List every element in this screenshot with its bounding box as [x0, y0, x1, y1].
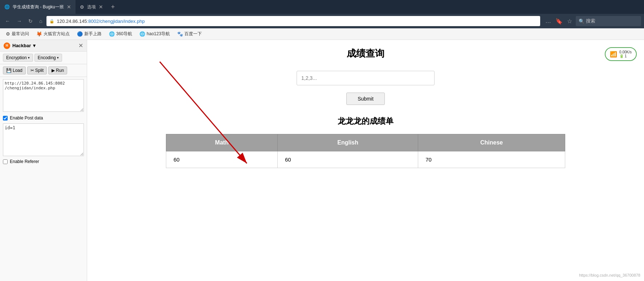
table-header-row: Math English Chinese: [166, 134, 565, 151]
load-label: Load: [13, 68, 23, 73]
star-icon[interactable]: ☆: [566, 17, 574, 25]
bookmark-baidu[interactable]: 🐾 百度一下: [174, 30, 205, 38]
hackbar-toolbar: Encryption ▾ Encoding ▾: [0, 52, 87, 64]
address-bar: ← → ↻ ⌂ 🔒 120.24.86.145:8002/chengjidan/…: [0, 14, 644, 28]
scores-table: Math English Chinese 606070: [166, 134, 565, 168]
tab-label-student: 学生成绩查询 - Bugku一班: [13, 4, 64, 10]
paw-icon: 🐾: [177, 31, 183, 37]
split-button[interactable]: ✂ Split: [27, 66, 47, 74]
back-button[interactable]: ←: [3, 17, 12, 25]
run-label: Run: [56, 68, 64, 73]
header-math: Math: [166, 134, 278, 151]
split-icon: ✂: [30, 68, 34, 73]
gear-icon-bm: ⚙: [6, 31, 10, 37]
pocket-icon[interactable]: 🔖: [554, 17, 564, 25]
encoding-dropdown[interactable]: Encoding ▾: [34, 54, 62, 62]
bookmark-360[interactable]: 🌐 360导航: [106, 30, 135, 38]
tab-bar: 🌐 学生成绩查询 - Bugku一班 ✕ ⚙ 选项 ✕ +: [0, 0, 118, 14]
hackbar-logo: H: [4, 42, 10, 49]
hackbar-close-button[interactable]: ✕: [78, 42, 83, 49]
tab-settings[interactable]: ⚙ 选项 ✕: [76, 0, 107, 14]
wifi-icon: 📶: [610, 51, 617, 58]
more-button[interactable]: …: [544, 17, 553, 25]
table-cell: 70: [418, 151, 565, 168]
hackbar-header: H Hackbar ▾ ✕: [0, 40, 87, 52]
lock-icon: 🔒: [49, 19, 54, 24]
search-form: Submit: [102, 71, 629, 105]
globe-icon-360: 🌐: [109, 31, 115, 37]
enable-referer-checkbox[interactable]: [3, 159, 8, 164]
enable-post-label: Enable Post data: [10, 115, 43, 121]
bookmark-label: 火狐官方站点: [44, 31, 70, 37]
tab-close-student[interactable]: ✕: [67, 4, 71, 10]
page-content: 📶 0.00K/s 🔋 1 成绩查询 Submit 龙龙龙的成绩单 Math E…: [87, 40, 644, 281]
new-tab-button[interactable]: +: [107, 0, 119, 14]
enable-referer-label: Enable Referer: [10, 159, 39, 164]
wifi-widget: 📶 0.00K/s 🔋 1: [605, 47, 637, 61]
bookmark-firefox[interactable]: 🦊 火狐官方站点: [33, 30, 73, 38]
load-button[interactable]: 💾 Load: [3, 66, 26, 74]
bookmark-newuser[interactable]: 🔵 新手上路: [74, 30, 105, 38]
bookmark-label: 360导航: [116, 31, 132, 37]
bookmark-label: 百度一下: [184, 31, 202, 37]
id-input[interactable]: [297, 71, 435, 85]
tab-close-settings[interactable]: ✕: [99, 4, 103, 10]
bookmarks-bar: ⚙ 最常访问 🦊 火狐官方站点 🔵 新手上路 🌐 360导航 🌐 hao123导…: [0, 28, 644, 40]
table-row: 606070: [166, 151, 565, 168]
bookmark-hao123[interactable]: 🌐 hao123导航: [136, 30, 173, 38]
encoding-label: Encoding: [38, 55, 56, 60]
hackbar-action-buttons: 💾 Load ✂ Split ▶ Run: [0, 64, 87, 77]
header-english: English: [278, 134, 418, 151]
table-cell: 60: [166, 151, 278, 168]
run-button[interactable]: ▶ Run: [48, 66, 67, 74]
title-bar: 🌐 学生成绩查询 - Bugku一班 ✕ ⚙ 选项 ✕ +: [0, 0, 644, 14]
search-placeholder: 搜索: [586, 18, 595, 24]
gear-icon: ⚙: [80, 4, 84, 10]
encryption-label: Encryption: [6, 55, 27, 60]
search-icon: 🔍: [579, 19, 584, 24]
split-label: Split: [35, 68, 44, 73]
tab-label-settings: 选项: [87, 4, 96, 10]
table-cell: 60: [278, 151, 418, 168]
search-box[interactable]: 🔍 搜索: [576, 16, 641, 26]
header-chinese: Chinese: [418, 134, 565, 151]
submit-button[interactable]: Submit: [346, 93, 385, 105]
bookmark-label: 最常访问: [12, 31, 29, 37]
hackbar-sidebar: H Hackbar ▾ ✕ Encryption ▾ Encoding ▾: [0, 40, 87, 281]
url-textarea[interactable]: http://120.24.86.145:8002 /chengjidan/in…: [3, 79, 84, 112]
wifi-stats: 0.00K/s 🔋 1: [619, 50, 632, 58]
address-path: :8002/chengjidan/index.php: [87, 19, 145, 24]
tab-icon-student: 🌐: [4, 4, 10, 9]
address-actions: … 🔖 ☆: [544, 17, 574, 25]
globe-icon-hao123: 🌐: [139, 31, 145, 37]
encryption-chevron: ▾: [28, 56, 30, 60]
address-host: 120.24.86.145: [57, 19, 87, 24]
address-url: 120.24.86.145:8002/chengjidan/index.php: [57, 19, 537, 24]
refresh-button[interactable]: ↻: [26, 17, 35, 25]
road-icon: 🔵: [77, 31, 83, 37]
hackbar-chevron: ▾: [33, 43, 36, 48]
bookmark-most-visited[interactable]: ⚙ 最常访问: [3, 30, 32, 38]
hackbar-title: H Hackbar ▾: [4, 42, 36, 49]
address-input[interactable]: 🔒 120.24.86.145:8002/chengjidan/index.ph…: [46, 16, 540, 26]
load-icon: 💾: [6, 68, 12, 73]
result-title: 龙龙龙的成绩单: [102, 116, 629, 127]
bookmark-label: hao123导航: [147, 31, 170, 37]
watermark: https://blog.csdn.net/qq_36700878: [579, 273, 640, 277]
encoding-chevron: ▾: [57, 56, 59, 60]
enable-post-row: Enable Post data: [0, 114, 87, 122]
enable-referer-row: Enable Referer: [0, 158, 87, 166]
page-title: 成绩查询: [102, 47, 629, 60]
encryption-dropdown[interactable]: Encryption ▾: [3, 54, 33, 62]
wifi-speed: 0.00K/s: [619, 50, 632, 54]
enable-post-checkbox[interactable]: [3, 116, 8, 121]
run-icon: ▶: [52, 68, 55, 73]
bookmark-label: 新手上路: [84, 31, 102, 37]
forward-button[interactable]: →: [15, 17, 24, 25]
home-button[interactable]: ⌂: [37, 17, 44, 25]
post-textarea[interactable]: id=1: [3, 123, 84, 156]
main-area: H Hackbar ▾ ✕ Encryption ▾ Encoding ▾: [0, 40, 644, 281]
wifi-bars: 🔋 1: [619, 54, 632, 58]
tab-student[interactable]: 🌐 学生成绩查询 - Bugku一班 ✕: [0, 0, 76, 14]
firefox-icon: 🦊: [36, 31, 42, 37]
